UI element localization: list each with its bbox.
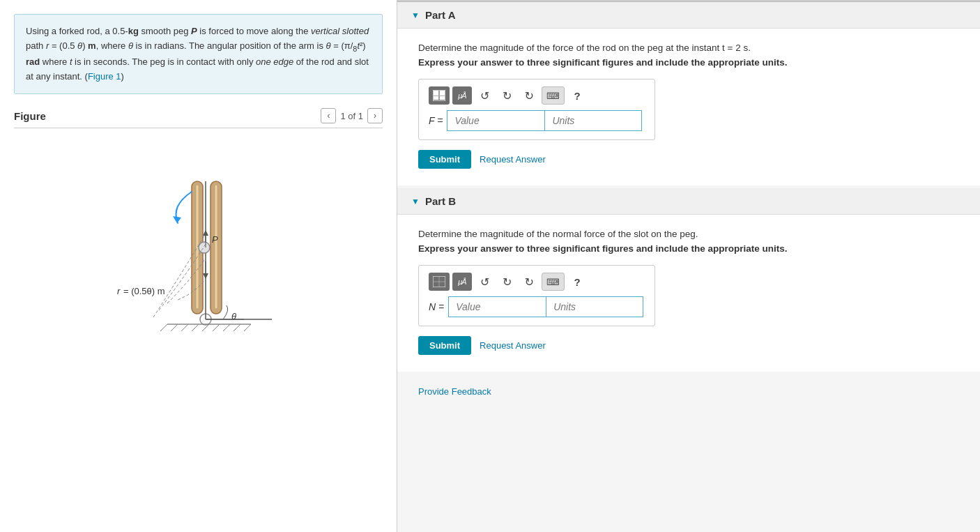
part-a-question: Determine the magnitude of the force of … (418, 43, 959, 53)
keyboard-button-a[interactable]: ⌨ (542, 86, 565, 105)
left-panel: Using a forked rod, a 0.5-kg smooth peg … (0, 0, 397, 532)
part-b-action-row: Submit Request Answer (418, 336, 959, 355)
help-button-b[interactable]: ? (567, 273, 587, 291)
part-a-toolbar: μÅ ↺ ↻ ↺ ⌨ ? (429, 86, 645, 105)
part-a-variable-label: F = (429, 115, 443, 126)
part-b-section: ▼ Part B Determine the magnitude of the … (397, 188, 980, 372)
part-a-request-link[interactable]: Request Answer (480, 154, 546, 165)
part-a-input-row: F = (429, 110, 645, 131)
part-b-header: ▼ Part B (397, 188, 980, 215)
svg-rect-26 (440, 91, 445, 96)
svg-line-1 (160, 324, 167, 331)
svg-line-7 (223, 324, 230, 331)
next-figure-button[interactable]: › (367, 108, 383, 123)
mu-button-b[interactable]: μÅ (452, 273, 472, 291)
part-a-body: Determine the magnitude of the force of … (397, 29, 980, 185)
svg-line-9 (244, 324, 251, 331)
part-a-submit-button[interactable]: Submit (418, 150, 471, 169)
part-b-units-input[interactable] (546, 296, 643, 317)
svg-line-6 (213, 324, 220, 331)
provide-feedback-link[interactable]: Provide Feedback (418, 386, 491, 397)
part-a-arrow: ▼ (411, 10, 420, 20)
redo-button-a[interactable]: ↻ (497, 86, 516, 105)
theta-label: θ (231, 311, 236, 321)
svg-rect-25 (434, 91, 438, 96)
svg-marker-24 (203, 273, 208, 279)
part-b-variable-label: N = (429, 301, 444, 312)
feedback-section: Provide Feedback (397, 374, 980, 408)
refresh-button-a[interactable]: ↺ (519, 86, 539, 105)
svg-marker-18 (173, 216, 181, 223)
svg-point-17 (199, 242, 210, 253)
figure-header: Figure ‹ 1 of 1 › (14, 108, 383, 128)
matrix-icon-b (433, 276, 445, 287)
part-a-units-input[interactable] (544, 110, 642, 131)
mass-text: kg (128, 26, 139, 36)
part-b-question: Determine the magnitude of the normal fo… (418, 229, 959, 239)
page-indicator: 1 of 1 (340, 111, 363, 121)
part-b-request-link[interactable]: Request Answer (480, 340, 546, 351)
figure-link[interactable]: Figure 1 (88, 71, 121, 82)
figure-content: P r = (0.5θ) m θ (14, 132, 383, 518)
redo-button-b[interactable]: ↻ (497, 273, 516, 291)
part-b-input-row: N = (429, 296, 645, 317)
part-b-arrow: ▼ (411, 197, 420, 206)
part-a-value-input[interactable] (447, 110, 544, 131)
problem-description: Using a forked rod, a 0.5-kg smooth peg … (14, 14, 383, 94)
prev-figure-button[interactable]: ‹ (321, 108, 336, 123)
right-panel: ▼ Part A Determine the magnitude of the … (397, 0, 980, 532)
figure-section: Figure ‹ 1 of 1 › (14, 108, 383, 518)
refresh-button-b[interactable]: ↺ (519, 273, 539, 291)
part-a-answer-box: μÅ ↺ ↻ ↺ ⌨ ? F = (418, 79, 655, 140)
svg-line-2 (171, 324, 178, 331)
part-b-value-input[interactable] (448, 296, 546, 317)
part-b-toolbar: μÅ ↺ ↻ ↺ ⌨ ? (429, 273, 645, 291)
svg-line-3 (181, 324, 188, 331)
part-b-answer-box: μÅ ↺ ↻ ↺ ⌨ ? N = (418, 265, 655, 326)
undo-button-b[interactable]: ↺ (475, 273, 494, 291)
figure-nav: ‹ 1 of 1 › (321, 108, 383, 123)
part-a-label: Part A (425, 9, 456, 21)
undo-button-a[interactable]: ↺ (475, 86, 494, 105)
matrix-icon-a (433, 90, 445, 101)
svg-rect-28 (440, 96, 445, 100)
figure-title: Figure (14, 110, 46, 122)
part-b-submit-button[interactable]: Submit (418, 336, 471, 355)
part-b-body: Determine the magnitude of the normal fo… (397, 215, 980, 372)
radius-label: r (117, 286, 121, 296)
part-b-emphasis: Express your answer to three significant… (418, 243, 959, 254)
mu-button-a[interactable]: μÅ (452, 86, 472, 105)
part-a-action-row: Submit Request Answer (418, 150, 959, 169)
keyboard-button-b[interactable]: ⌨ (542, 273, 565, 291)
figure-svg: P r = (0.5θ) m θ (56, 139, 335, 335)
svg-marker-22 (203, 230, 208, 236)
part-a-section: ▼ Part A Determine the magnitude of the … (397, 2, 980, 185)
part-a-header: ▼ Part A (397, 2, 980, 29)
part-a-emphasis: Express your answer to three significant… (418, 57, 959, 68)
help-button-a[interactable]: ? (567, 86, 587, 105)
svg-line-8 (233, 324, 240, 331)
svg-rect-27 (434, 96, 438, 100)
peg-label: P (212, 234, 218, 245)
part-b-label: Part B (425, 195, 456, 207)
svg-text:= (0.5θ) m: = (0.5θ) m (123, 286, 165, 296)
matrix-button-b[interactable] (429, 273, 450, 291)
svg-rect-14 (215, 185, 217, 309)
svg-line-4 (192, 324, 199, 331)
matrix-button-a[interactable] (429, 86, 450, 105)
